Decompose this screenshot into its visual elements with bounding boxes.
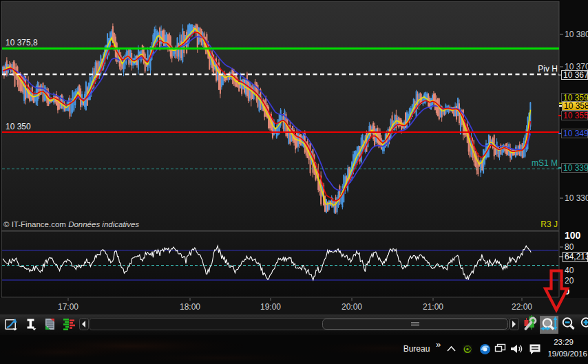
svg-text:22:00: 22:00 [512,302,532,312]
svg-text:21:00: 21:00 [423,302,443,312]
svg-text:17:00: 17:00 [58,302,78,312]
svg-text:10 367,: 10 367, [563,70,588,80]
svg-text:20:00: 20:00 [342,302,362,312]
svg-text:Piv H: Piv H [538,64,558,74]
svg-text:10 358,: 10 358, [564,101,588,111]
svg-text:mS1 M: mS1 M [532,158,558,168]
svg-text:40: 40 [565,266,574,275]
svg-text:10 349,: 10 349, [563,129,588,138]
svg-text:R3 J: R3 J [540,220,558,229]
svg-text:100: 100 [565,230,581,241]
svg-text:20: 20 [565,276,574,286]
svg-text:© IT-Finance.com Données indic: © IT-Finance.com Données indicatives [3,220,139,228]
svg-text:10 339,: 10 339, [563,163,588,173]
svg-text:10 375,8: 10 375,8 [6,38,38,47]
svg-text:80: 80 [565,242,574,252]
svg-text:18:00: 18:00 [180,302,200,312]
svg-text:64,213: 64,213 [565,252,588,261]
svg-text:23:29: 23:29 [554,338,574,346]
svg-text:Bureau: Bureau [403,344,430,354]
svg-text:19:00: 19:00 [260,302,281,312]
svg-text:19/09/2016: 19/09/2016 [547,350,587,358]
svg-text:10 380: 10 380 [565,30,588,39]
svg-text:10 350: 10 350 [6,122,31,131]
svg-text:10 330: 10 330 [565,193,588,203]
svg-text:»: » [436,339,441,350]
svg-text:10 355,: 10 355, [563,111,588,120]
